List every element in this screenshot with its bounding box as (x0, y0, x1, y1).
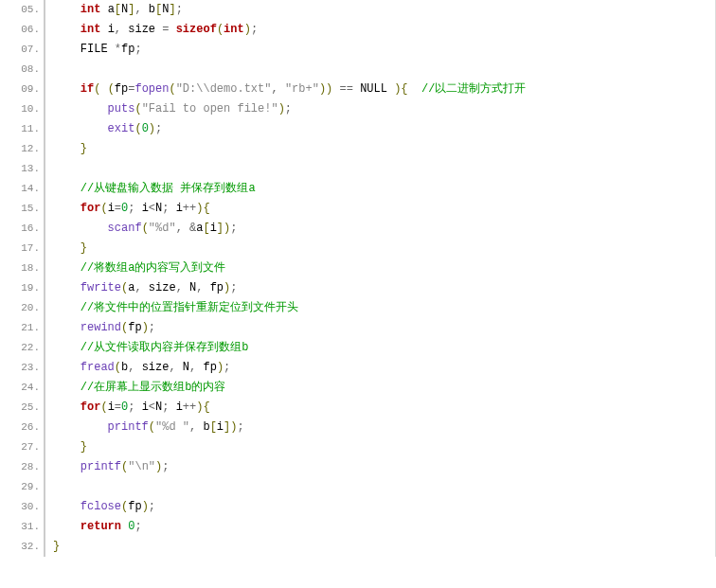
line-number: 23. (0, 358, 45, 378)
token-op: , (134, 3, 141, 16)
token-comment: //从键盘输入数据 并保存到数组a (81, 182, 256, 195)
token-op: , (115, 23, 121, 36)
token-semi: ; (149, 321, 155, 334)
token-kw: if (81, 82, 94, 96)
code-line: 14. //从键盘输入数据 并保存到数组a (0, 179, 715, 199)
token-semi: ; (237, 420, 243, 434)
token-ident: i (142, 202, 149, 215)
code-content: } (53, 437, 87, 457)
token-op: , (189, 361, 196, 374)
line-number: 30. (0, 497, 45, 517)
code-line: 20. //将文件中的位置指针重新定位到文件开头 (0, 298, 715, 318)
token-semi: ; (230, 281, 237, 294)
code-line: 29. (0, 477, 715, 497)
token-semi: ; (149, 500, 155, 513)
token-semi: ; (251, 23, 258, 36)
token-kw: for (81, 401, 101, 414)
line-number: 15. (0, 199, 45, 219)
code-line: 22. //从文件读取内容并保存到数组b (0, 338, 715, 358)
token-func: puts (108, 102, 135, 116)
token-paren: ) (142, 321, 149, 334)
token-ident: fp (203, 361, 216, 374)
code-editor: 05. int a[N], b[N];06. int i, size = siz… (0, 0, 716, 557)
token-func: fread (81, 361, 115, 374)
code-line: 25. for(i=0; i<N; i++){ (0, 398, 715, 418)
line-number: 25. (0, 398, 45, 418)
token-paren: ( (94, 82, 100, 96)
code-line: 19. fwrite(a, size, N, fp); (0, 278, 715, 298)
token-type: int (81, 23, 101, 36)
token-paren: ( (108, 82, 115, 96)
token-ident: size (142, 361, 170, 374)
token-semi: ; (285, 102, 292, 116)
token-paren: ( (100, 401, 107, 414)
token-op: = (115, 401, 121, 414)
token-ident: b (203, 420, 209, 434)
code-content: return 0; (53, 517, 142, 537)
token-paren: ( (134, 102, 141, 116)
token-ident: i (176, 202, 183, 215)
token-ident: i (142, 401, 149, 414)
token-func: exit (108, 122, 135, 135)
token-brace: } (81, 440, 87, 454)
code-content: int i, size = sizeof(int); (53, 20, 258, 40)
code-content: int a[N], b[N]; (53, 0, 183, 20)
token-paren: ] (169, 3, 175, 16)
token-semi: ; (224, 361, 230, 374)
line-number: 08. (0, 60, 45, 80)
token-paren: ) (244, 23, 251, 36)
line-number: 22. (0, 338, 45, 358)
token-ident: i (108, 401, 115, 414)
token-ident: b (149, 3, 155, 16)
token-op: = (162, 23, 169, 36)
token-brace: } (53, 540, 60, 553)
line-number: 07. (0, 40, 45, 60)
code-line: 12. } (0, 139, 715, 159)
code-line: 24. //在屏幕上显示数组b的内容 (0, 378, 715, 398)
token-semi: ; (162, 202, 169, 215)
token-paren: ) (217, 361, 224, 374)
token-op: ++ (183, 401, 196, 414)
line-number: 12. (0, 139, 45, 159)
token-paren: ( (169, 82, 175, 96)
line-number: 05. (0, 0, 45, 20)
code-line: 30. fclose(fp); (0, 497, 715, 517)
code-line: 26. printf("%d ", b[i]); (0, 418, 715, 437)
line-number: 27. (0, 437, 45, 457)
token-ident: a (108, 3, 115, 16)
token-paren: [ (210, 420, 217, 434)
token-num: 0 (142, 122, 149, 135)
token-brace: } (81, 142, 87, 155)
line-number: 16. (0, 219, 45, 239)
code-content: rewind(fp); (53, 318, 155, 338)
line-number: 20. (0, 298, 45, 318)
code-line: 07. FILE *fp; (0, 40, 715, 60)
token-paren: ] (217, 222, 224, 235)
line-number: 26. (0, 418, 45, 437)
token-op: , (169, 361, 175, 374)
line-number: 31. (0, 517, 45, 537)
token-str: "Fail to open file!" (142, 102, 278, 116)
code-content: } (53, 239, 87, 258)
token-op: == (340, 82, 353, 96)
code-content: puts("Fail to open file!"); (53, 99, 292, 119)
token-ident: size (149, 281, 176, 294)
token-semi: ; (162, 460, 169, 473)
token-paren: ) (149, 122, 155, 135)
token-type: int (81, 3, 101, 16)
token-op: = (115, 202, 121, 215)
code-line: 27. } (0, 437, 715, 457)
token-str: "%d " (155, 420, 189, 434)
token-paren: ( (149, 420, 155, 434)
token-comment: //以二进制方式打开 (421, 82, 526, 96)
token-func: fopen (134, 82, 169, 96)
line-number: 21. (0, 318, 45, 338)
token-ident: fp (128, 500, 141, 513)
token-op: < (149, 401, 155, 414)
code-line: 21. rewind(fp); (0, 318, 715, 338)
code-content: } (53, 139, 87, 159)
token-paren: ( (217, 23, 224, 36)
token-paren: [ (115, 3, 121, 16)
token-semi: ; (134, 43, 141, 56)
token-brace: { (203, 401, 209, 414)
